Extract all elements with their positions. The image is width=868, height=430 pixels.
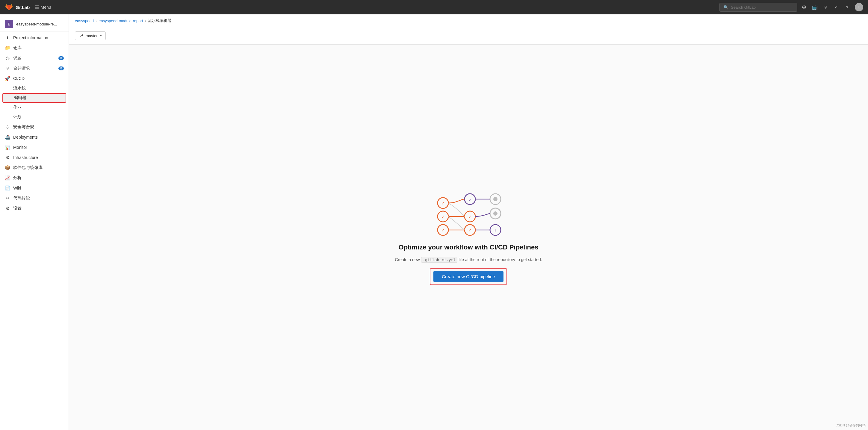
hero-title: Optimize your workflow with CI/CD Pipeli… xyxy=(399,243,538,251)
svg-text:✓: ✓ xyxy=(441,228,445,233)
search-icon: 🔍 xyxy=(723,5,728,9)
sidebar-item-label: 合并请求 xyxy=(13,66,30,71)
sidebar-item-merge-requests[interactable]: ⑂ 合并请求 0 xyxy=(0,63,69,73)
issues-icon: ◎ xyxy=(5,55,10,61)
sidebar-item-label: CI/CD xyxy=(13,76,25,81)
broadcast-icon[interactable]: 📺 xyxy=(812,4,818,10)
breadcrumb-sep-1: › xyxy=(96,19,97,23)
issues-badge: 0 xyxy=(58,56,64,60)
sidebar-sub-label: 编辑器 xyxy=(14,95,26,101)
svg-point-13 xyxy=(493,197,497,201)
sidebar-project-header[interactable]: E easyspeed-module-re... xyxy=(0,17,69,31)
sidebar-item-label: Monitor xyxy=(13,145,27,150)
hero-subtitle: Create a new .gitlab-ci.yml file at the … xyxy=(395,257,542,262)
main-content: easyspeed › easyspeed-module-report › 流水… xyxy=(69,14,868,430)
sidebar-item-label: 仓库 xyxy=(13,45,22,51)
svg-text:✓: ✓ xyxy=(441,201,445,206)
shield-icon: 🛡 xyxy=(5,124,10,130)
project-avatar: E xyxy=(5,20,13,28)
user-avatar[interactable]: U xyxy=(855,3,863,11)
hero-subtitle-pre: Create a new xyxy=(395,257,421,262)
watermark: CSDN @动存的树梢 xyxy=(836,423,866,428)
search-input[interactable] xyxy=(731,5,794,9)
branch-name: master xyxy=(86,34,98,38)
sidebar-item-project-information[interactable]: ℹ Project information xyxy=(0,33,69,43)
analytics-icon: 📈 xyxy=(5,175,10,181)
sidebar-item-label: 代码片段 xyxy=(13,195,30,201)
chevron-down-icon: ▾ xyxy=(100,34,102,38)
sidebar-sub-item-editor[interactable]: 编辑器 xyxy=(2,93,66,103)
gitlab-logo-link[interactable]: GitLab xyxy=(5,3,30,11)
sidebar-item-packages[interactable]: 📦 软件包与镜像库 xyxy=(0,162,69,173)
create-pipeline-button[interactable]: Create new CI/CD pipeline xyxy=(433,271,503,282)
nav-icons: ⊕ 📺 ⑂ ✓ ? U xyxy=(801,3,863,11)
gitlab-title: GitLab xyxy=(16,5,30,10)
sidebar-item-security[interactable]: 🛡 安全与合规 xyxy=(0,122,69,132)
merge-request-icon[interactable]: ⑂ xyxy=(823,4,829,10)
svg-text:♪: ♪ xyxy=(495,228,497,233)
infrastructure-icon: ⚙ xyxy=(5,155,10,160)
project-name: easyspeed-module-re... xyxy=(16,22,57,26)
main-layout: E easyspeed-module-re... ℹ Project infor… xyxy=(0,14,868,430)
git-branch-icon: ⎇ xyxy=(79,34,83,38)
breadcrumb-current: 流水线编辑器 xyxy=(148,18,171,23)
sidebar-item-label: Deployments xyxy=(13,135,38,140)
help-icon[interactable]: ? xyxy=(844,4,850,10)
branch-selector[interactable]: ⎇ master ▾ xyxy=(75,31,106,40)
monitor-icon: 📊 xyxy=(5,145,10,150)
sidebar-item-cicd[interactable]: 🚀 CI/CD xyxy=(0,73,69,84)
sidebar-item-label: 安全与合规 xyxy=(13,124,34,130)
sidebar-item-label: 议题 xyxy=(13,55,22,61)
sidebar-item-monitor[interactable]: 📊 Monitor xyxy=(0,142,69,152)
settings-icon: ⚙ xyxy=(5,206,10,211)
todo-icon[interactable]: ✓ xyxy=(833,4,839,10)
breadcrumb: easyspeed › easyspeed-module-report › 流水… xyxy=(69,14,868,27)
deployments-icon: 🚢 xyxy=(5,134,10,140)
sidebar-item-snippets[interactable]: ✂ 代码片段 xyxy=(0,193,69,203)
sidebar-item-analytics[interactable]: 📈 分析 xyxy=(0,173,69,183)
sidebar-sub-item-pipelines[interactable]: 流水线 xyxy=(0,84,69,93)
pipeline-illustration: ✓ ✓ ✓ ♪ ✓ ✓ ♪ xyxy=(427,189,510,238)
breadcrumb-easyspeed[interactable]: easyspeed xyxy=(75,19,94,23)
wiki-icon: 📄 xyxy=(5,185,10,191)
sidebar-item-deployments[interactable]: 🚢 Deployments xyxy=(0,132,69,142)
menu-label: Menu xyxy=(41,5,51,9)
info-icon: ℹ xyxy=(5,35,10,40)
sidebar-item-repository[interactable]: 📁 仓库 xyxy=(0,43,69,53)
sidebar-item-infrastructure[interactable]: ⚙ Infrastructure xyxy=(0,152,69,162)
sidebar-sub-label: 作业 xyxy=(13,105,22,110)
hero-subtitle-post: file at the root of the repository to ge… xyxy=(457,257,542,262)
content-toolbar: ⎇ master ▾ xyxy=(69,27,868,44)
sidebar-sub-label: 流水线 xyxy=(13,86,26,91)
sidebar-sub-label: 计划 xyxy=(13,114,22,120)
sidebar-item-label: 软件包与镜像库 xyxy=(13,165,42,171)
sidebar-item-label: Project information xyxy=(13,35,48,40)
sidebar-item-label: 设置 xyxy=(13,206,22,211)
svg-text:✓: ✓ xyxy=(468,214,472,219)
sidebar-item-issues[interactable]: ◎ 议题 0 xyxy=(0,53,69,63)
breadcrumb-module-report[interactable]: easyspeed-module-report xyxy=(98,19,143,23)
sidebar-item-label: 分析 xyxy=(13,175,22,181)
sidebar-item-wiki[interactable]: 📄 Wiki xyxy=(0,183,69,193)
hero-area: ✓ ✓ ✓ ♪ ✓ ✓ ♪ xyxy=(69,44,868,430)
snippets-icon: ✂ xyxy=(5,195,10,201)
package-icon: 📦 xyxy=(5,165,10,171)
merge-requests-badge: 0 xyxy=(58,66,64,70)
sidebar-item-label: Wiki xyxy=(13,186,21,190)
search-bar[interactable]: 🔍 xyxy=(719,3,797,12)
sidebar-item-settings[interactable]: ⚙ 设置 xyxy=(0,203,69,214)
sidebar: E easyspeed-module-re... ℹ Project infor… xyxy=(0,14,69,430)
menu-button[interactable]: ☰ Menu xyxy=(35,4,51,10)
book-icon: 📁 xyxy=(5,45,10,51)
rocket-icon: 🚀 xyxy=(5,76,10,81)
sidebar-sub-item-schedules[interactable]: 计划 xyxy=(0,112,69,122)
top-navigation: GitLab ☰ Menu 🔍 ⊕ 📺 ⑂ ✓ ? U xyxy=(0,0,868,14)
hero-subtitle-code: .gitlab-ci.yml xyxy=(421,257,458,263)
svg-text:✓: ✓ xyxy=(468,228,472,233)
sidebar-sub-item-jobs[interactable]: 作业 xyxy=(0,103,69,112)
create-pipeline-button-wrapper: Create new CI/CD pipeline xyxy=(430,268,507,285)
sidebar-item-label: Infrastructure xyxy=(13,155,38,160)
svg-text:♪: ♪ xyxy=(469,197,471,202)
plus-icon[interactable]: ⊕ xyxy=(801,4,807,10)
breadcrumb-sep-2: › xyxy=(145,19,146,23)
